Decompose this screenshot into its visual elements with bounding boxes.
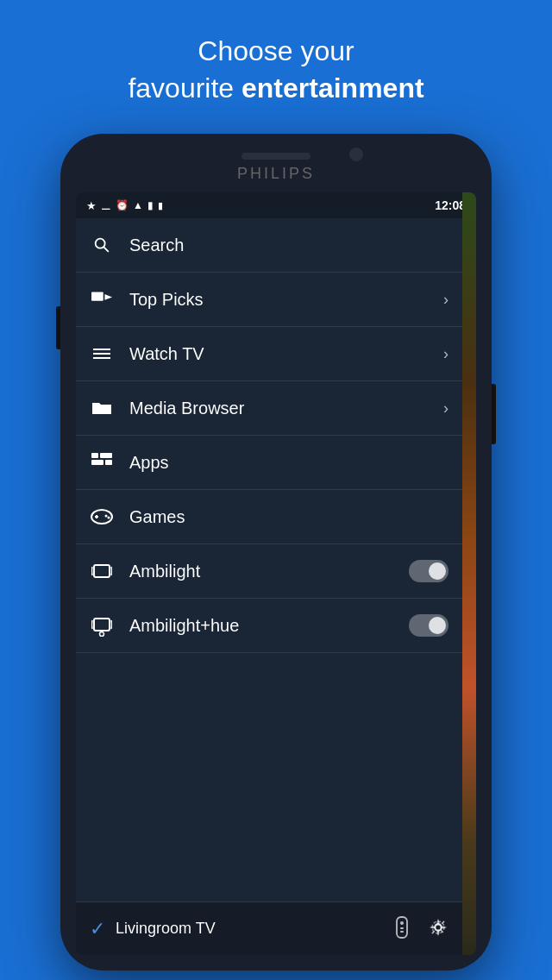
menu-item-games[interactable]: Games: [76, 490, 462, 544]
top-picks-label: Top Picks: [129, 290, 443, 310]
clock-icon: ⏰: [116, 199, 129, 211]
phone-screen: ★ ⚊ ⏰ ▲ ▮ ▮ 12:08 Search: [76, 192, 476, 955]
svg-point-20: [400, 921, 404, 925]
menu-item-ambilight-hue[interactable]: Ambilight+hue: [76, 599, 462, 653]
top-picks-chevron: ›: [443, 291, 448, 309]
tv-name: Livingroom TV: [116, 920, 393, 938]
ambilight-hue-icon: [90, 613, 114, 638]
svg-rect-2: [91, 292, 104, 300]
svg-line-1: [104, 247, 108, 251]
check-icon: ✓: [90, 918, 105, 940]
menu-list: Search Top Picks ›: [76, 218, 476, 653]
ambilight-hue-label: Ambilight+hue: [129, 616, 409, 636]
phone-body: PHILIPS ★ ⚊ ⏰ ▲ ▮ ▮ 12:08: [60, 134, 492, 971]
menu-item-search[interactable]: Search: [76, 218, 462, 273]
minus-circle-icon: ⚊: [101, 199, 111, 212]
header-line1: Choose your: [52, 33, 500, 70]
header-line2: favourite entertainment: [52, 70, 500, 107]
search-icon: [90, 233, 114, 257]
svg-rect-22: [400, 931, 404, 933]
svg-rect-7: [91, 453, 98, 458]
ambilight-hue-toggle[interactable]: [409, 614, 448, 637]
header-line2-bold: entertainment: [242, 72, 424, 104]
svg-rect-16: [94, 565, 110, 577]
battery-icon: ▮: [158, 200, 163, 211]
phone-camera: [349, 148, 363, 161]
svg-point-18: [100, 632, 104, 637]
svg-rect-21: [400, 927, 404, 929]
svg-point-14: [105, 515, 108, 518]
star-icon: [90, 287, 114, 311]
menu-item-top-picks[interactable]: Top Picks ›: [76, 273, 462, 327]
svg-rect-8: [100, 453, 112, 458]
apps-label: Apps: [129, 453, 448, 473]
wifi-icon: ▲: [133, 199, 143, 211]
search-label: Search: [129, 236, 448, 255]
ambilight-icon: [90, 559, 114, 583]
menu-item-watch-tv[interactable]: Watch TV ›: [76, 327, 462, 381]
menu-item-apps[interactable]: Apps: [76, 436, 462, 490]
signal-icon: ▮: [147, 199, 154, 211]
header-line2-normal: favourite: [128, 72, 242, 104]
phone-wrapper: PHILIPS ★ ⚊ ⏰ ▲ ▮ ▮ 12:08: [60, 134, 492, 979]
settings-icon[interactable]: [428, 917, 448, 941]
menu-item-media-browser[interactable]: Media Browser ›: [76, 381, 462, 436]
svg-rect-17: [94, 619, 110, 631]
games-label: Games: [129, 507, 448, 527]
folder-icon: [90, 396, 114, 420]
apps-icon: [90, 450, 114, 474]
phone-speaker: [242, 153, 310, 160]
color-bar: [462, 192, 476, 955]
phone-brand: PHILIPS: [237, 165, 315, 183]
status-left-icons: ★ ⚊ ⏰ ▲ ▮ ▮: [86, 199, 163, 212]
watch-tv-chevron: ›: [443, 345, 448, 363]
watch-tv-label: Watch TV: [129, 344, 443, 364]
side-button-right: [492, 384, 496, 444]
ambilight-toggle[interactable]: [409, 560, 448, 582]
media-browser-label: Media Browser: [129, 399, 443, 418]
status-time: 12:08: [435, 198, 466, 212]
svg-rect-10: [105, 460, 112, 465]
svg-rect-9: [91, 460, 104, 465]
bluetooth-icon: ★: [86, 199, 97, 212]
media-browser-chevron: ›: [443, 399, 448, 418]
ambilight-label: Ambilight: [129, 562, 409, 581]
gamepad-icon: [90, 505, 114, 529]
bottom-icons-group: [393, 916, 448, 942]
side-button-left: [56, 306, 60, 349]
remote-icon[interactable]: [393, 916, 411, 942]
status-bar: ★ ⚊ ⏰ ▲ ▮ ▮ 12:08: [76, 192, 476, 218]
svg-marker-3: [104, 294, 112, 300]
header-section: Choose your favourite entertainment: [0, 0, 552, 121]
menu-item-ambilight[interactable]: Ambilight: [76, 544, 462, 599]
bottom-bar: ✓ Livingroom TV: [76, 901, 462, 955]
svg-point-15: [108, 517, 110, 519]
tv-icon: [90, 342, 114, 366]
